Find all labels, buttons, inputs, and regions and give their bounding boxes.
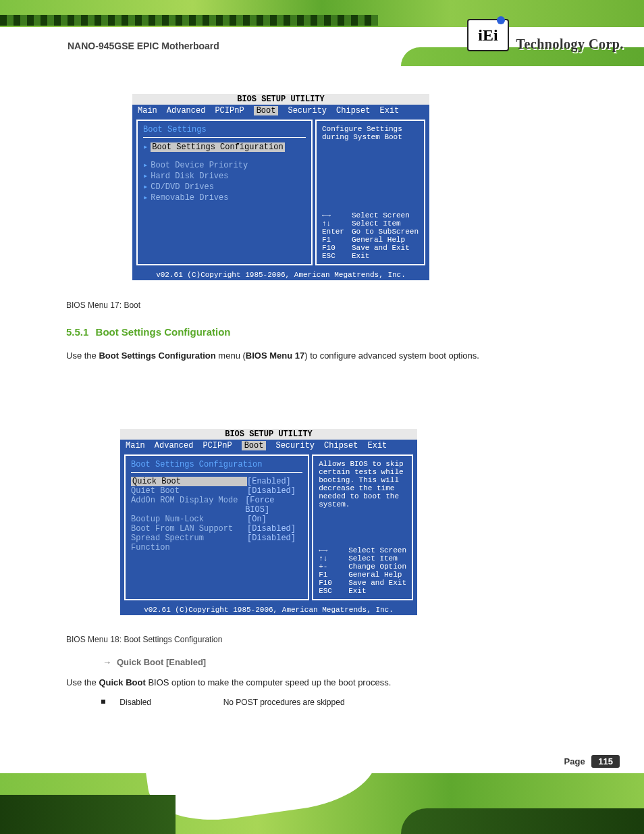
bios-menu-label: Hard Disk Drives [151, 172, 228, 181]
page-label: Page [564, 756, 585, 766]
key-desc: General Help [352, 236, 405, 244]
setting-value: [Disabled] [247, 524, 296, 533]
bios-tab: Advanced [155, 441, 194, 450]
bios-tab: Main [126, 441, 145, 450]
key-desc: Exit [348, 587, 366, 595]
key-desc: Save and Exit [348, 579, 406, 587]
bold-term: Quick Boot [99, 677, 145, 687]
key-label: ↑↓ [322, 219, 352, 228]
bios-tab: Advanced [167, 106, 206, 115]
divider [131, 472, 302, 473]
bios-tab: Exit [367, 441, 387, 450]
bios-tabs: Main Advanced PCIPnP Boot Security Chips… [120, 440, 417, 452]
setting-value: [Force BIOS] [245, 496, 302, 515]
triangle-right-icon: ▸ [143, 142, 148, 152]
key-label: ↑↓ [319, 554, 348, 563]
key-desc: Select Screen [348, 546, 406, 554]
bios-setting-row: Spread Spectrum Function[Disabled] [131, 533, 302, 552]
bullet-label: Disabled [119, 698, 221, 707]
key-desc: General Help [348, 571, 402, 579]
key-label: F1 [319, 571, 348, 579]
bios-menu-item: ▸CD/DVD Drives [143, 182, 306, 192]
bios-screenshot-boot-settings: BIOS SETUP UTILITY Main Advanced PCIPnP … [120, 429, 417, 615]
option-description: Use the Quick Boot BIOS option to make t… [66, 675, 579, 692]
bios-setting-row: Bootup Num-Lock[On] [131, 515, 302, 524]
bios-left-pane: Boot Settings ▸Boot Settings Configurati… [136, 120, 313, 265]
setting-label: AddOn ROM Display Mode [131, 496, 245, 515]
bios-left-pane: Boot Settings Configuration Quick Boot[E… [124, 454, 309, 600]
bios-title: BIOS SETUP UTILITY [120, 429, 417, 440]
triangle-right-icon: ▸ [143, 182, 148, 192]
setting-label: Spread Spectrum Function [131, 533, 247, 552]
brand-text: Technology Corp. [516, 36, 624, 52]
bios-title: BIOS SETUP UTILITY [132, 94, 429, 105]
document-title: NANO-945GSE EPIC Motherboard [68, 41, 219, 51]
banner-pcb-strip [0, 15, 378, 26]
bios-menu-item: ▸Hard Disk Drives [143, 171, 306, 181]
bios-tab: Chipset [336, 106, 370, 115]
bios-tab: Chipset [324, 441, 358, 450]
setting-value: [On] [247, 515, 267, 524]
footer-pcb-right [401, 808, 644, 834]
section-heading: 5.5.1 Boot Settings Configuration [66, 326, 231, 338]
key-desc: Change Option [348, 563, 406, 571]
arrow-right-icon: → [103, 657, 111, 667]
triangle-right-icon: ▸ [143, 161, 148, 170]
square-bullet-icon [101, 700, 105, 704]
key-label: ESC [319, 587, 348, 595]
header-banner: iEi Technology Corp. NANO-945GSE EPIC Mo… [0, 0, 644, 74]
bios-tabs: Main Advanced PCIPnP Boot Security Chips… [132, 105, 429, 117]
bios-setting-row: AddOn ROM Display Mode[Force BIOS] [131, 496, 302, 515]
bios-tab: PCIPnP [203, 441, 232, 450]
setting-label: Quick Boot [131, 477, 247, 486]
logo-icon: iEi [467, 19, 509, 51]
bios-screenshot-boot: BIOS SETUP UTILITY Main Advanced PCIPnP … [132, 94, 429, 280]
bios-menu-item: ▸Boot Device Priority [143, 160, 306, 170]
key-label: F10 [319, 579, 348, 587]
key-label: ←→ [322, 211, 352, 219]
key-label: Enter [322, 228, 352, 236]
divider [143, 137, 306, 138]
key-label: F1 [322, 236, 352, 244]
figure-caption: BIOS Menu 17: Boot [66, 301, 140, 310]
bios-tab: Security [288, 106, 327, 115]
key-desc: Save and Exit [352, 244, 410, 252]
setting-label: Bootup Num-Lock [131, 515, 247, 524]
page-number: 115 [591, 755, 620, 768]
section-title: Boot Settings Configuration [96, 326, 231, 338]
key-label: +- [319, 563, 348, 571]
bios-tab: Security [275, 441, 315, 450]
bios-footer: v02.61 (C)Copyright 1985-2006, American … [132, 269, 429, 280]
bios-tab-selected: Boot [242, 441, 267, 450]
bios-key-hints: ←→Select Screen ↑↓Select Item EnterGo to… [322, 211, 419, 260]
figure-caption: BIOS Menu 18: Boot Settings Configuratio… [66, 635, 222, 644]
bios-menu-item: ▸Boot Settings Configuration [143, 142, 306, 152]
key-label: ←→ [319, 546, 348, 554]
bios-tab-selected: Boot [254, 106, 279, 115]
bios-tab: Main [138, 106, 157, 115]
bios-key-hints: ←→Select Screen ↑↓Select Item +-Change O… [319, 546, 406, 595]
bios-help-text: Allows BIOS to skip certain tests while … [319, 460, 406, 509]
key-desc: Select Item [352, 219, 401, 228]
key-desc: Go to SubScreen [352, 228, 419, 236]
setting-value: [Disabled] [247, 533, 296, 552]
option-title: Quick Boot [Enabled] [117, 657, 206, 667]
bios-menu-label: Boot Settings Configuration [151, 142, 284, 152]
option-bullet: Disabled No POST procedures are skipped [101, 698, 574, 707]
bullet-desc: No POST procedures are skipped [223, 698, 345, 707]
bios-setting-row: Quick Boot[Enabled] [131, 477, 302, 486]
setting-label: Quiet Boot [131, 486, 247, 496]
bios-menu-label: Boot Device Priority [151, 161, 248, 170]
section-number: 5.5.1 [66, 326, 88, 338]
bios-pane-heading: Boot Settings Configuration [131, 460, 302, 469]
bios-menu-item: ▸Removable Drives [143, 192, 306, 203]
key-label: F10 [322, 244, 352, 252]
triangle-right-icon: ▸ [143, 193, 148, 203]
key-desc: Select Screen [352, 211, 410, 219]
bios-setting-row: Quiet Boot[Disabled] [131, 486, 302, 496]
footer-pcb-left [0, 795, 176, 834]
bios-menu-label: CD/DVD Drives [151, 182, 214, 192]
key-label: ESC [322, 252, 352, 260]
bold-ref: BIOS Menu 17 [246, 350, 304, 361]
triangle-right-icon: ▸ [143, 172, 148, 181]
